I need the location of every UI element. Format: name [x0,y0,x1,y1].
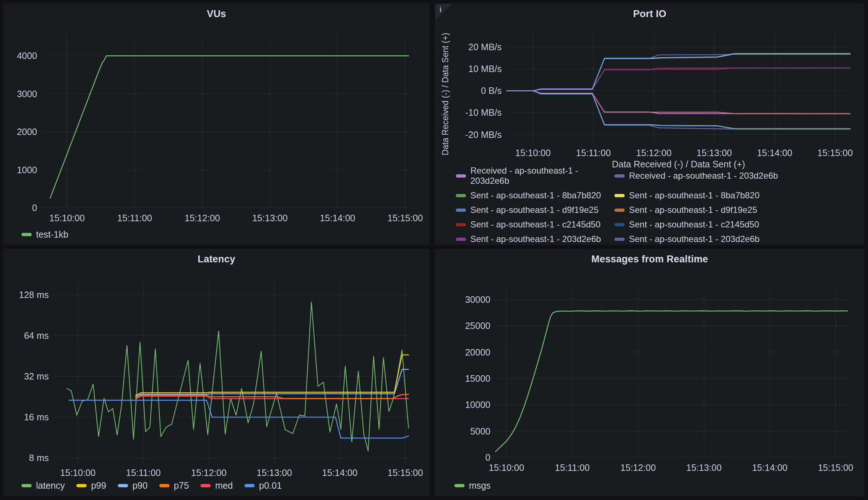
y-tick-label: 0 [32,203,37,213]
legend-label: Sent - ap-southeast-1 - 203d2e6b [629,234,760,244]
latency-legend: latencyp99p90p75medp0.01 [21,480,282,491]
x-tick-label: 15:10:00 [489,463,524,473]
legend-item-sent-ap-southeast-1-c2145d50[interactable]: Sent - ap-southeast-1 - c2145d50 [456,219,614,230]
legend-swatch [200,484,211,487]
legend-swatch [614,194,625,197]
y-tick-label: 20 MB/s [468,42,502,52]
legend-swatch [614,223,625,226]
legend-label: Received - ap-southeast-1 - 203d2e6b [629,171,778,181]
legend-label: p90 [132,480,148,491]
x-tick-label: 15:11:00 [117,213,152,223]
y-tick-label: 0 B/s [481,86,502,96]
legend-label: p99 [91,480,106,491]
legend-item-sent-ap-southeast-1-d9f19e25[interactable]: Sent - ap-southeast-1 - d9f19e25 [614,205,778,215]
panel-messages: Messages from Realtime 05000100001500020… [435,249,864,496]
legend-swatch [159,484,170,487]
y-tick-label: 1000 [17,165,37,175]
x-tick-label: 15:11:00 [555,463,589,473]
legend-swatch [456,238,466,241]
legend-swatch [614,209,625,212]
legend-label: latency [36,480,65,491]
series-sent-ap-southeast-1-8ba7b820- [507,91,850,128]
series-sent-ap-southeast-1-d9f19e25- [507,91,850,129]
y-tick-label: 25000 [465,321,490,331]
legend-label: Sent - ap-southeast-1 - d9f19e25 [629,205,757,215]
legend-item-p99[interactable]: p99 [76,480,106,491]
x-tick-label: 15:10:00 [49,213,85,223]
x-tick-label: 15:10:00 [60,468,95,478]
y-tick-label: -10 MB/s [465,107,502,118]
legend-item-sent-ap-southeast-1-c2145d50[interactable]: Sent - ap-southeast-1 - c2145d50 [614,219,778,230]
legend-item-sent-ap-southeast-1-8ba7b820[interactable]: Sent - ap-southeast-1 - 8ba7b820 [456,190,614,201]
y-tick-label: 32 ms [24,371,49,381]
x-tick-label: 15:13:00 [686,463,721,473]
legend-label: Sent - ap-southeast-1 - 8ba7b820 [629,190,760,201]
panel-latency: Latency 8 ms16 ms32 ms64 ms128 ms15:10:0… [4,249,429,496]
vus-plot[interactable]: 0100020003000400015:10:0015:11:0015:12:0… [4,4,429,245]
legend-item-latency[interactable]: latency [21,480,65,491]
y-tick-label: 5000 [470,426,490,436]
legend-item-msgs[interactable]: msgs [454,480,491,491]
legend-item-received-ap-southeast-1-203d2e6b[interactable]: Received - ap-southeast-1 - 203d2e6b [614,166,778,186]
legend-swatch [76,484,87,487]
legend-item-p0.01[interactable]: p0.01 [244,480,282,491]
legend-label: p0.01 [259,480,282,491]
legend-item-sent-ap-southeast-1-203d2e6b[interactable]: Sent - ap-southeast-1 - 203d2e6b [614,234,778,244]
x-tick-label: 15:15:00 [387,468,423,478]
y-tick-label: 0 [485,452,490,463]
legend-swatch [614,238,625,241]
legend-label: msgs [469,480,491,491]
legend-swatch [244,484,255,487]
legend-swatch [456,194,466,197]
latency-plot[interactable]: 8 ms16 ms32 ms64 ms128 ms15:10:0015:11:0… [4,249,429,496]
series-test-1kb [50,56,409,198]
legend-item-sent-ap-southeast-1-d9f19e25[interactable]: Sent - ap-southeast-1 - d9f19e25 [456,205,614,215]
y-tick-label: 64 ms [24,330,49,341]
legend-swatch [456,209,466,212]
x-tick-label: 15:10:00 [515,148,550,158]
legend-swatch [21,484,32,487]
legend-item-p90[interactable]: p90 [118,480,148,491]
y-tick-label: 15000 [465,373,490,384]
legend-item-received-ap-southeast-1-203d2e6b[interactable]: Received - ap-southeast-1 - 203d2e6b [456,166,614,186]
legend-item-med[interactable]: med [200,480,233,491]
series-sent-ap-southeast-1-c2145d50- [507,53,850,91]
legend-swatch [454,484,465,487]
x-tick-label: 15:12:00 [620,463,656,473]
panel-vus: VUs 0100020003000400015:10:0015:11:0015:… [4,4,429,245]
legend-swatch [118,484,128,487]
legend-item-sent-ap-southeast-1-203d2e6b[interactable]: Sent - ap-southeast-1 - 203d2e6b [456,234,614,244]
x-tick-label: 15:15:00 [818,463,853,473]
x-tick-label: 15:12:00 [636,148,672,158]
x-tick-label: 15:14:00 [322,468,357,478]
y-tick-label: 3000 [17,89,37,99]
x-tick-label: 15:12:00 [184,213,220,223]
legend-swatch [456,223,466,226]
y-tick-label: 30000 [465,294,490,305]
series-sent-ap-southeast-1-c2145d50-2- [507,68,850,91]
legend-label: Sent - ap-southeast-1 - c2145d50 [470,219,601,230]
series-sent-ap-southeast-1-8ba7b820-2- [507,54,850,91]
series-sent-ap-southeast-1-8ba7b820- [507,54,850,91]
legend-label: test-1kb [36,229,68,240]
legend-label: Sent - ap-southeast-1 - 8ba7b820 [470,190,601,201]
port-io-legend: Received - ap-southeast-1 - 203d2e6bRece… [456,166,778,244]
x-tick-label: 15:14:00 [752,463,787,473]
y-tick-label: 10000 [465,400,490,410]
x-tick-label: 15:13:00 [256,468,292,478]
y-tick-label: 2000 [17,127,37,137]
series-sent-ap-southeast-1-203d2e6b- [507,68,850,91]
series-p99 [136,355,409,395]
messages-plot[interactable]: 05000100001500020000250003000015:10:0015… [435,249,864,496]
legend-item-p75[interactable]: p75 [159,480,189,491]
legend-item-test-1kb[interactable]: test-1kb [21,229,68,240]
messages-legend: msgs [454,480,491,491]
legend-label: p75 [174,480,189,491]
x-tick-label: 15:11:00 [126,468,160,478]
legend-label: Sent - ap-southeast-1 - 203d2e6b [470,234,601,244]
series-received-ap-southeast-1-203d2e6b- [507,91,850,129]
legend-label: Received - ap-southeast-1 - 203d2e6b [470,166,614,186]
legend-item-sent-ap-southeast-1-8ba7b820[interactable]: Sent - ap-southeast-1 - 8ba7b820 [614,190,778,201]
panel-port-io: i Port IO Data Received (-) / Data Sent … [435,4,864,245]
x-tick-label: 15:14:00 [320,213,355,223]
